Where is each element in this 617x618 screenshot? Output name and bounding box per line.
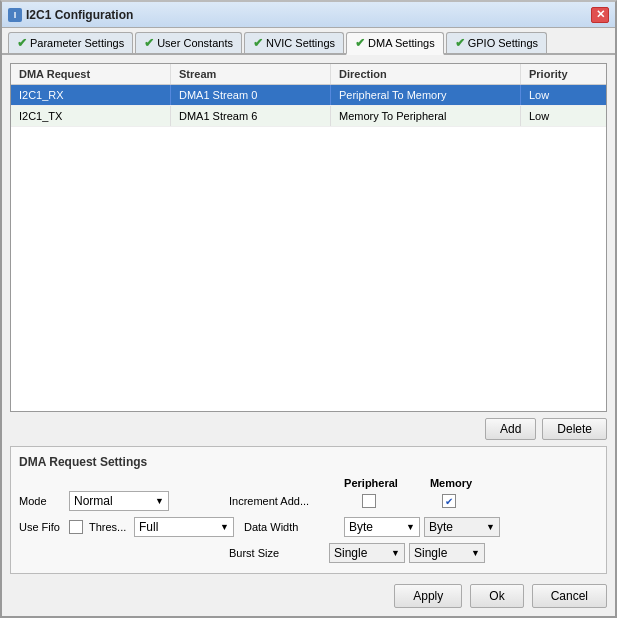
mode-dropdown-arrow: ▼ [155, 496, 164, 506]
tab-check-icon: ✔ [355, 36, 365, 50]
data-width-peripheral-value: Byte [349, 520, 373, 534]
tab-bar: ✔ Parameter Settings ✔ User Constants ✔ … [2, 28, 615, 55]
peripheral-increment-checkbox[interactable] [329, 494, 409, 508]
title-bar: I I2C1 Configuration ✕ [2, 2, 615, 28]
window-title: I2C1 Configuration [26, 8, 133, 22]
app-icon: I [8, 8, 22, 22]
peripheral-check-box[interactable] [362, 494, 376, 508]
burst-peri-arrow: ▼ [391, 548, 400, 558]
col-dma-request: DMA Request [11, 64, 171, 84]
tab-label: GPIO Settings [468, 37, 538, 49]
data-width-memory-select[interactable]: Byte ▼ [424, 517, 500, 537]
dw-mem-arrow: ▼ [486, 522, 495, 532]
use-fifo-checkbox[interactable] [69, 520, 83, 534]
thres-label: Thres... [89, 521, 134, 533]
thres-dropdown-arrow: ▼ [220, 522, 229, 532]
thres-value: Full [139, 520, 158, 534]
mode-label: Mode [19, 495, 69, 507]
dma-table: DMA Request Stream Direction Priority I2… [10, 63, 607, 412]
cell-dma-request: I2C1_RX [11, 85, 171, 105]
data-width-memory-value: Byte [429, 520, 453, 534]
memory-check-box[interactable]: ✔ [442, 494, 456, 508]
table-row[interactable]: I2C1_TX DMA1 Stream 6 Memory To Peripher… [11, 106, 606, 127]
data-width-peripheral-select[interactable]: Byte ▼ [344, 517, 420, 537]
tab-check-icon: ✔ [144, 36, 154, 50]
table-header: DMA Request Stream Direction Priority [11, 64, 606, 85]
burst-memory-select[interactable]: Single ▼ [409, 543, 485, 563]
tab-parameter-settings[interactable]: ✔ Parameter Settings [8, 32, 133, 53]
use-fifo-label: Use Fifo [19, 521, 69, 533]
mode-select[interactable]: Normal ▼ [69, 491, 169, 511]
peripheral-col-label: Peripheral [331, 477, 411, 489]
dw-peri-arrow: ▼ [406, 522, 415, 532]
add-button[interactable]: Add [485, 418, 536, 440]
col-stream: Stream [171, 64, 331, 84]
tab-user-constants[interactable]: ✔ User Constants [135, 32, 242, 53]
tab-label: DMA Settings [368, 37, 435, 49]
cancel-button[interactable]: Cancel [532, 584, 607, 608]
cell-priority: Low [521, 85, 607, 105]
burst-mem-arrow: ▼ [471, 548, 480, 558]
thres-select[interactable]: Full ▼ [134, 517, 234, 537]
content-area: DMA Request Stream Direction Priority I2… [2, 55, 615, 616]
col-priority: Priority [521, 64, 607, 84]
cell-stream: DMA1 Stream 0 [171, 85, 331, 105]
tab-label: Parameter Settings [30, 37, 124, 49]
data-width-label: Data Width [244, 521, 344, 533]
burst-peripheral-select[interactable]: Single ▼ [329, 543, 405, 563]
cell-dma-request: I2C1_TX [11, 106, 171, 126]
tab-label: User Constants [157, 37, 233, 49]
delete-button[interactable]: Delete [542, 418, 607, 440]
title-bar-left: I I2C1 Configuration [8, 8, 133, 22]
burst-memory-value: Single [414, 546, 447, 560]
bottom-button-row: Apply Ok Cancel [10, 584, 607, 608]
dma-settings-title: DMA Request Settings [19, 455, 598, 469]
cell-direction: Memory To Peripheral [331, 106, 521, 126]
burst-peripheral-value: Single [334, 546, 367, 560]
tab-check-icon: ✔ [17, 36, 27, 50]
main-window: I I2C1 Configuration ✕ ✔ Parameter Setti… [0, 0, 617, 618]
add-delete-row: Add Delete [10, 418, 607, 440]
tab-check-icon: ✔ [253, 36, 263, 50]
burst-size-label: Burst Size [229, 547, 329, 559]
tab-nvic-settings[interactable]: ✔ NVIC Settings [244, 32, 344, 53]
col-direction: Direction [331, 64, 521, 84]
mode-value: Normal [74, 494, 113, 508]
table-row[interactable]: I2C1_RX DMA1 Stream 0 Peripheral To Memo… [11, 85, 606, 106]
tab-label: NVIC Settings [266, 37, 335, 49]
ok-button[interactable]: Ok [470, 584, 523, 608]
tab-check-icon: ✔ [455, 36, 465, 50]
tab-dma-settings[interactable]: ✔ DMA Settings [346, 32, 444, 55]
tab-gpio-settings[interactable]: ✔ GPIO Settings [446, 32, 547, 53]
table-body: I2C1_RX DMA1 Stream 0 Peripheral To Memo… [11, 85, 606, 411]
cell-direction: Peripheral To Memory [331, 85, 521, 105]
memory-increment-checkbox[interactable]: ✔ [409, 494, 489, 508]
increment-label: Increment Add... [229, 495, 329, 507]
cell-priority: Low [521, 106, 607, 126]
dma-request-settings: DMA Request Settings Peripheral Memory M… [10, 446, 607, 574]
memory-col-label: Memory [411, 477, 491, 489]
apply-button[interactable]: Apply [394, 584, 462, 608]
cell-stream: DMA1 Stream 6 [171, 106, 331, 126]
close-button[interactable]: ✕ [591, 7, 609, 23]
